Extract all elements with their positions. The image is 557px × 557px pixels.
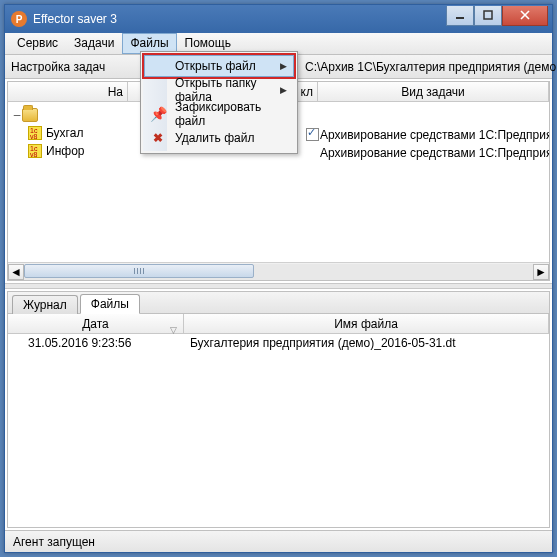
splitter[interactable] [5, 283, 552, 289]
tab-journal[interactable]: Журнал [12, 295, 78, 314]
task-checkbox[interactable] [306, 128, 319, 141]
scroll-track[interactable] [24, 264, 533, 280]
file-row[interactable]: 31.05.2016 9:23:56 Бухгалтерия предприят… [8, 334, 549, 352]
tree-root[interactable]: – [12, 106, 84, 124]
files-panel: Журнал Файлы Дата ▽ Имя файла 31.05.2016… [7, 291, 550, 528]
maximize-button[interactable] [474, 6, 502, 26]
task-type: Архивирование средствами 1С:Предприятие … [320, 144, 549, 162]
submenu-arrow-icon: ▶ [280, 85, 287, 95]
app-icon: P [11, 11, 27, 27]
pin-icon: 📌 [151, 107, 165, 121]
menu-open-file[interactable]: Открыть файл ▶ [144, 55, 294, 77]
menu-label: Удалить файл [175, 131, 254, 145]
col-date-label: Дата [82, 317, 109, 331]
onec-icon: 1c v8 [28, 126, 42, 140]
scroll-right-button[interactable]: ► [533, 264, 549, 280]
menu-service[interactable]: Сервис [9, 33, 66, 54]
title-bar[interactable]: P Effector saver 3 [5, 5, 552, 33]
window-title: Effector saver 3 [33, 12, 446, 26]
col-filename[interactable]: Имя файла [184, 314, 549, 333]
folder-icon [22, 108, 38, 122]
col-name[interactable]: На [8, 82, 128, 101]
menu-fix-file[interactable]: 📌 Зафиксировать файл [145, 103, 293, 125]
menu-delete-file[interactable]: ✖ Удалить файл [145, 127, 293, 149]
scroll-thumb[interactable] [24, 264, 254, 278]
task-type-column: Архивирование средствами 1С:Предприятие … [320, 126, 549, 162]
horizontal-scrollbar[interactable]: ◄ ► [8, 262, 549, 280]
scroll-left-button[interactable]: ◄ [8, 264, 24, 280]
menu-open-folder[interactable]: Открыть папку файла ▶ [145, 79, 293, 101]
current-path: C:\Архив 1С\Бухгалтерия предприятия (дем… [305, 60, 556, 74]
collapse-icon[interactable]: – [12, 108, 22, 122]
files-columns: Дата ▽ Имя файла [8, 314, 549, 334]
submenu-arrow-icon: ▶ [280, 61, 287, 71]
status-bar: Агент запущен [5, 530, 552, 552]
files-dropdown-menu: Открыть файл ▶ Открыть папку файла ▶ 📌 З… [140, 51, 298, 154]
menu-label: Открыть файл [175, 59, 256, 73]
menu-label: Зафиксировать файл [175, 100, 287, 128]
col-type[interactable]: Вид задачи [318, 82, 549, 101]
sort-indicator-icon: ▽ [170, 320, 177, 340]
file-date: 31.05.2016 9:23:56 [8, 336, 184, 350]
menu-tasks[interactable]: Задачи [66, 33, 122, 54]
file-name: Бухгалтерия предприятия (демо)_2016-05-3… [184, 336, 549, 350]
close-button[interactable] [502, 6, 548, 26]
svg-rect-1 [484, 11, 492, 19]
delete-icon: ✖ [151, 131, 165, 145]
toolbar-label: Настройка задач [11, 60, 105, 74]
minimize-button[interactable] [446, 6, 474, 26]
task-type: Архивирование средствами 1С:Предприятие … [320, 126, 549, 144]
onec-icon: 1c v8 [28, 144, 42, 158]
task-name: Бухгал [46, 126, 83, 140]
files-grid[interactable]: 31.05.2016 9:23:56 Бухгалтерия предприят… [8, 334, 549, 527]
lower-tabs: Журнал Файлы [8, 292, 549, 314]
status-text: Агент запущен [13, 535, 95, 549]
task-row[interactable]: 1c v8 Инфор [12, 142, 84, 160]
window-controls [446, 6, 552, 26]
task-name: Инфор [46, 144, 84, 158]
col-date[interactable]: Дата ▽ [8, 314, 184, 333]
task-row[interactable]: 1c v8 Бухгал [12, 124, 84, 142]
tab-files[interactable]: Файлы [80, 294, 140, 314]
